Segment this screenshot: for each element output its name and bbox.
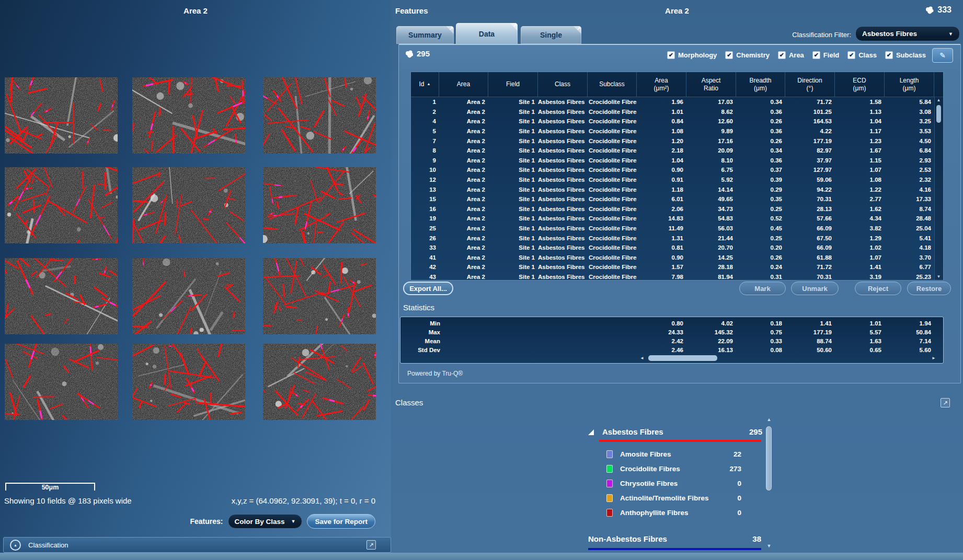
cell-ecd: 3.19 [835, 274, 885, 280]
edit-columns-button[interactable]: ✎ [932, 48, 953, 63]
column-header-breadth[interactable]: Breadth (μm) [736, 72, 785, 97]
cell-breadth: 0.35 [736, 196, 785, 202]
save-for-report-button[interactable]: Save for Report [307, 514, 375, 529]
sem-field-image[interactable] [132, 344, 245, 420]
table-row[interactable]: 16Area 2Site 1Asbestos FibresCrocidolite… [411, 204, 943, 214]
stage-coordinates: x,y,z = (64.0962, 92.3091, 39); t = 0, r… [232, 496, 375, 505]
checkbox-checked-icon[interactable]: ✔ [885, 51, 893, 59]
cell-area: Area 2 [439, 254, 488, 261]
column-toggle-field[interactable]: ✔Field [812, 51, 839, 59]
scroll-left-icon[interactable]: ◄ [640, 356, 644, 360]
table-row[interactable]: 15Area 2Site 1Asbestos FibresCrocidolite… [411, 194, 943, 204]
table-row[interactable]: 9Area 2Site 1Asbestos FibresCrocidolite … [411, 156, 943, 166]
sem-field-image[interactable] [132, 77, 245, 154]
scale-bar-label: 50μm [42, 484, 59, 491]
restore-button[interactable]: Restore [907, 282, 951, 295]
expand-up-icon[interactable]: ▲ [10, 540, 21, 551]
tree-expanded-icon[interactable] [588, 429, 594, 435]
column-header-area_um2[interactable]: Area (μm²) [637, 72, 686, 97]
column-header-field[interactable]: Field [488, 72, 538, 97]
scroll-down-icon[interactable]: ▼ [765, 543, 773, 549]
sem-field-image[interactable] [5, 77, 118, 154]
checkbox-checked-icon[interactable]: ✔ [725, 51, 733, 59]
tab-single[interactable]: Single↗ [521, 26, 581, 44]
sem-field-image[interactable] [132, 167, 245, 243]
column-header-aspect_ratio[interactable]: Aspect Ratio [686, 72, 736, 97]
column-toggle-area[interactable]: ✔Area [778, 51, 804, 59]
class-item-amosite-fibres[interactable]: Amosite Fibres22 [606, 450, 763, 460]
column-header-subclass[interactable]: Subclass [588, 72, 637, 97]
sem-field-image[interactable] [263, 77, 376, 154]
checkbox-checked-icon[interactable]: ✔ [847, 51, 855, 59]
classification-expander-bar[interactable]: ▲ Classification ↗ [3, 537, 391, 553]
sem-field-image[interactable] [5, 258, 118, 334]
sem-field-image[interactable] [263, 167, 376, 243]
color-by-class-dropdown[interactable]: Color By Class ▼ [228, 514, 303, 529]
class-group-non-asbestos[interactable]: Non-Asbestos Fibres 38 [588, 534, 763, 545]
column-header-class[interactable]: Class [538, 72, 588, 97]
table-row[interactable]: 5Area 2Site 1Asbestos FibresCrocidolite … [411, 126, 943, 136]
table-row[interactable]: 12Area 2Site 1Asbestos FibresCrocidolite… [411, 175, 943, 185]
scroll-right-icon[interactable]: ► [932, 356, 936, 360]
table-vertical-scrollbar[interactable]: ▲ ▼ [934, 97, 943, 280]
scrollbar-thumb[interactable] [766, 426, 772, 491]
cell-length: 5.41 [885, 235, 934, 241]
statistics-horizontal-scrollbar[interactable]: ◄ ► [640, 355, 936, 361]
cell-ecd: 1.02 [835, 244, 885, 251]
column-header-length[interactable]: Length (μm) [885, 72, 934, 97]
scroll-up-icon[interactable]: ▲ [935, 98, 943, 102]
column-toggle-subclass[interactable]: ✔Subclass [885, 51, 926, 59]
mark-button[interactable]: Mark [739, 282, 786, 295]
class-item-crocidolite-fibres[interactable]: Crocidolite Fibres273 [606, 464, 763, 475]
export-all-button[interactable]: Export All... [403, 282, 453, 295]
class-item-actinolite-tremolite-fibres[interactable]: Actinolite/Tremolite Fibres0 [606, 494, 763, 504]
classification-filter-dropdown[interactable]: Asbestos Fibres ▼ [855, 26, 960, 41]
table-row[interactable]: 10Area 2Site 1Asbestos FibresCrocidolite… [411, 165, 943, 175]
tab-summary[interactable]: Summary↗ [396, 26, 454, 44]
table-row[interactable]: 33Area 2Site 1Asbestos FibresCrocidolite… [411, 243, 943, 253]
table-row[interactable]: 2Area 2Site 1Asbestos FibresCrocidolite … [411, 107, 943, 117]
table-row[interactable]: 4Area 2Site 1Asbestos FibresCrocidolite … [411, 116, 943, 126]
checkbox-checked-icon[interactable]: ✔ [812, 51, 820, 59]
column-toggle-chemistry[interactable]: ✔Chemistry [725, 51, 770, 59]
class-item-anthophyllite-fibres[interactable]: Anthophyllite Fibres0 [606, 508, 763, 519]
column-toggle-morphology[interactable]: ✔Morphology [667, 51, 717, 59]
table-row[interactable]: 25Area 2Site 1Asbestos FibresCrocidolite… [411, 224, 943, 234]
table-row[interactable]: 43Area 2Site 1Asbestos FibresCrocidolite… [411, 272, 943, 281]
table-row[interactable]: 1Area 2Site 1Asbestos FibresCrocidolite … [411, 97, 943, 107]
table-row[interactable]: 19Area 2Site 1Asbestos FibresCrocidolite… [411, 214, 943, 224]
cell-area_um2: 2.06 [637, 206, 686, 212]
popout-icon[interactable]: ↗ [941, 398, 950, 407]
sem-field-image[interactable] [5, 167, 118, 243]
column-header-area[interactable]: Area [439, 72, 488, 97]
checkbox-checked-icon[interactable]: ✔ [667, 51, 675, 59]
sem-field-image[interactable] [5, 344, 118, 420]
checkbox-checked-icon[interactable]: ✔ [778, 51, 786, 59]
scrollbar-thumb[interactable] [936, 105, 941, 123]
sem-field-image[interactable] [263, 258, 376, 334]
class-item-chrysotile-fibres[interactable]: Chrysotile Fibres0 [606, 479, 763, 489]
class-item-count: 22 [733, 450, 741, 458]
sem-field-image[interactable] [263, 344, 376, 420]
sort-ascending-icon: ▲ [427, 82, 431, 86]
class-group-asbestos[interactable]: Asbestos Fibres 295 [584, 427, 763, 438]
table-row[interactable]: 42Area 2Site 1Asbestos FibresCrocidolite… [411, 262, 943, 272]
unmark-button[interactable]: Unmark [791, 282, 839, 295]
table-row[interactable]: 26Area 2Site 1Asbestos FibresCrocidolite… [411, 233, 943, 243]
table-row[interactable]: 41Area 2Site 1Asbestos FibresCrocidolite… [411, 253, 943, 263]
reject-button[interactable]: Reject [855, 282, 901, 295]
scroll-down-icon[interactable]: ▼ [935, 274, 943, 279]
column-toggle-class[interactable]: ✔Class [847, 51, 877, 59]
scrollbar-thumb[interactable] [648, 355, 717, 361]
table-row[interactable]: 7Area 2Site 1Asbestos FibresCrocidolite … [411, 136, 943, 146]
classes-vertical-scrollbar[interactable]: ▲ ▼ [765, 417, 773, 549]
column-header-id[interactable]: Id▲ [411, 72, 439, 97]
table-row[interactable]: 13Area 2Site 1Asbestos FibresCrocidolite… [411, 184, 943, 194]
table-row[interactable]: 8Area 2Site 1Asbestos FibresCrocidolite … [411, 146, 943, 156]
tab-data[interactable]: Data↗ [456, 23, 518, 44]
column-header-ecd[interactable]: ECD (μm) [835, 72, 885, 97]
scroll-up-icon[interactable]: ▲ [765, 417, 773, 422]
popout-icon[interactable]: ↗ [366, 540, 376, 550]
column-header-direction[interactable]: Direction (°) [785, 72, 835, 97]
sem-field-image[interactable] [132, 258, 245, 334]
